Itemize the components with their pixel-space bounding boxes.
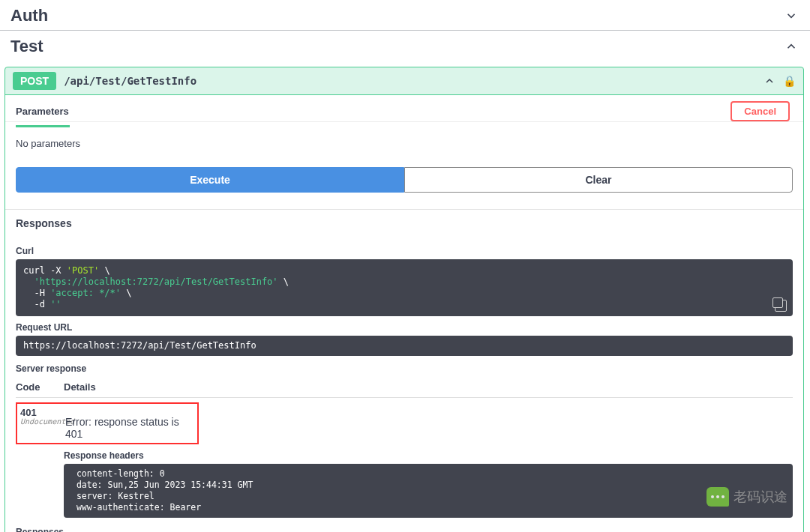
curl-codeblock: curl -X 'POST' \ 'https://localhost:7272… (16, 259, 793, 316)
response-code: 401 (20, 407, 65, 418)
clear-button[interactable]: Clear (404, 167, 793, 193)
tabs-row: Parameters Cancel (5, 95, 803, 122)
curl-label: Curl (16, 246, 793, 256)
code-header: Code (16, 381, 64, 393)
section-title-test: Test (10, 37, 44, 56)
copy-icon[interactable] (775, 300, 787, 312)
chevron-up-icon[interactable] (764, 75, 776, 87)
details-header: Details (64, 381, 793, 393)
section-header-test[interactable]: Test (0, 31, 810, 61)
endpoint-summary[interactable]: POST /api/Test/GetTestInfo 🔒 (5, 67, 803, 95)
watermark: 老码识途 (706, 487, 788, 507)
responses-area: Curl curl -X 'POST' \ 'https://localhost… (5, 237, 803, 532)
chevron-down-icon (784, 9, 798, 22)
responses-heading: Responses (5, 209, 803, 237)
highlighted-response-row: 401 Undocumented Error: response status … (16, 402, 199, 444)
tab-underline (16, 125, 70, 127)
watermark-text: 老码识途 (734, 488, 788, 506)
tab-parameters[interactable]: Parameters (16, 106, 69, 117)
no-parameters-text: No parameters (5, 127, 803, 154)
opblock-post: POST /api/Test/GetTestInfo 🔒 Parameters … (4, 67, 804, 532)
section-title-auth: Auth (10, 6, 48, 25)
wechat-icon (706, 487, 729, 507)
cancel-button[interactable]: Cancel (730, 101, 790, 121)
server-response-label: Server response (16, 363, 793, 374)
responses2-heading: Responses (16, 527, 793, 532)
lock-icon[interactable]: 🔒 (783, 75, 796, 87)
response-headers-label: Response headers (64, 450, 793, 461)
execute-button[interactable]: Execute (16, 167, 404, 193)
server-response-table-head: Code Details (16, 377, 793, 398)
chevron-up-icon (784, 40, 798, 53)
method-badge: POST (13, 72, 56, 90)
section-header-auth[interactable]: Auth (0, 0, 810, 31)
request-url-label: Request URL (16, 322, 793, 333)
request-url-box: https://localhost:7272/api/Test/GetTestI… (16, 336, 793, 356)
error-message: Error: response status is 401 (65, 407, 194, 440)
endpoint-path: /api/Test/GetTestInfo (64, 75, 764, 87)
response-headers-box: content-length: 0 date: Sun,25 Jun 2023 … (64, 464, 793, 518)
undocumented-label: Undocumented (20, 418, 65, 426)
